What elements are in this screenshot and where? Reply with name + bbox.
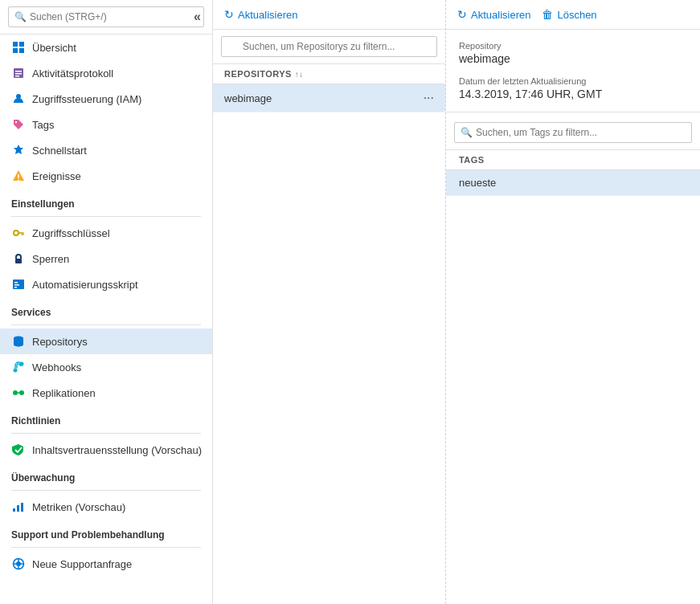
metrics-icon: [11, 500, 26, 514]
svg-point-31: [16, 561, 21, 566]
sidebar-item-label-ereignisse: Ereignisse: [32, 170, 81, 182]
tags-column-label: TAGS: [459, 155, 485, 165]
sidebar-item-tags[interactable]: Tags: [0, 112, 212, 137]
divider-richtlinien: [11, 433, 201, 434]
refresh-icon-right: ↻: [457, 8, 467, 21]
sidebar-item-repositorys[interactable]: Repositorys: [0, 329, 212, 354]
sidebar-item-label-zugriffssteuerung: Zugriffssteuerung (IAM): [32, 93, 141, 105]
section-label-ueberwachung: Überwachung: [0, 463, 212, 487]
right-delete-button[interactable]: 🗑 Löschen: [542, 8, 596, 21]
svg-rect-3: [19, 48, 24, 53]
sidebar-item-label-replikationen: Replikationen: [32, 387, 96, 399]
sidebar-item-label-inhaltsvertrauensstellung: Inhaltsvertrauensstellung (Vorschau): [32, 444, 202, 456]
last-update-label: Datum der letzten Aktualisierung: [459, 76, 687, 86]
sidebar-item-sperren[interactable]: Sperren: [0, 246, 212, 271]
sidebar-search-bar: 🔍 «: [0, 0, 212, 35]
sidebar-item-label-uebersicht: Übersicht: [32, 42, 76, 54]
right-panel: ↻ Aktualisieren 🗑 Löschen Repository web…: [446, 0, 700, 604]
sidebar-search-input[interactable]: [8, 6, 204, 27]
divider-support: [11, 547, 201, 548]
events-icon: [11, 169, 26, 183]
svg-rect-15: [22, 234, 23, 235]
svg-rect-19: [14, 282, 18, 284]
tags-icon: [11, 117, 26, 132]
sidebar-item-neue-supportanfrage[interactable]: Neue Supportanfrage: [0, 551, 212, 577]
sidebar-item-label-aktivitaetsprotokoll: Aktivitätsprotokoll: [32, 67, 113, 80]
support-icon: [11, 557, 26, 571]
sort-icon[interactable]: ↑↓: [295, 70, 304, 79]
right-search-input[interactable]: [454, 122, 692, 143]
section-label-richtlinien: Richtlinien: [0, 406, 212, 430]
svg-point-13: [14, 231, 18, 235]
sidebar-collapse-button[interactable]: «: [190, 10, 204, 24]
divider-ueberwachung: [11, 490, 201, 491]
list-item-label: webimage: [224, 92, 272, 104]
middle-toolbar: ↻ Aktualisieren: [213, 0, 445, 30]
replication-icon: [11, 386, 26, 400]
svg-rect-16: [23, 234, 25, 235]
sidebar-item-label-zugriffsschluessel: Zugriffsschlüssel: [32, 227, 110, 239]
divider-einstellungen: [11, 216, 201, 217]
trust-icon: [11, 443, 26, 457]
sidebar-nav: Übersicht Aktivitätsprotokoll Zugriffsst…: [0, 35, 212, 604]
repositorys-column-label: REPOSITORYS: [224, 69, 292, 79]
svg-rect-5: [15, 71, 22, 72]
divider-services: [11, 324, 201, 325]
sidebar-item-label-webhooks: Webhooks: [32, 361, 81, 373]
sidebar-item-aktivitaetsprotokoll[interactable]: Aktivitätsprotokoll: [0, 60, 212, 86]
sidebar-item-label-automatisierungsskript: Automatisierungsskript: [32, 279, 138, 291]
repository-value: webimage: [459, 52, 687, 65]
svg-rect-7: [15, 76, 19, 77]
repository-label: Repository: [459, 41, 687, 51]
right-refresh-button[interactable]: ↻ Aktualisieren: [457, 8, 530, 21]
sidebar-item-metriken[interactable]: Metriken (Vorschau): [0, 494, 212, 520]
sidebar-item-zugriffsschluessel[interactable]: Zugriffsschlüssel: [0, 220, 212, 246]
section-label-support: Support und Problembehandlung: [0, 520, 212, 544]
svg-rect-29: [21, 503, 23, 512]
section-label-services: Services: [0, 297, 212, 321]
middle-refresh-label: Aktualisieren: [238, 9, 297, 21]
sidebar-item-label-sperren: Sperren: [32, 253, 69, 265]
right-tags-search-bar: 🔍: [446, 116, 700, 150]
refresh-icon-middle: ↻: [224, 8, 234, 21]
delete-icon: 🗑: [542, 8, 553, 21]
svg-rect-14: [18, 232, 24, 234]
repo-icon: [11, 334, 26, 349]
overview-icon: [11, 40, 26, 55]
svg-rect-6: [15, 73, 22, 75]
list-item[interactable]: webimage ···: [213, 84, 445, 112]
sidebar-item-inhaltsvertrauensstellung[interactable]: Inhaltsvertrauensstellung (Vorschau): [0, 437, 212, 463]
svg-rect-20: [14, 284, 19, 286]
key-icon: [11, 226, 26, 240]
middle-refresh-button[interactable]: ↻ Aktualisieren: [224, 8, 297, 21]
list-item-more-button[interactable]: ···: [424, 91, 434, 105]
svg-point-25: [13, 390, 18, 395]
svg-point-23: [14, 369, 18, 373]
lock-icon: [11, 251, 26, 266]
tag-label: neueste: [459, 177, 496, 189]
svg-rect-21: [14, 287, 17, 288]
right-refresh-label: Aktualisieren: [471, 9, 530, 21]
right-delete-label: Löschen: [557, 9, 596, 21]
sidebar-item-uebersicht[interactable]: Übersicht: [0, 35, 212, 60]
sidebar-item-zugriffssteuerung[interactable]: Zugriffssteuerung (IAM): [0, 86, 212, 112]
svg-rect-1: [19, 42, 24, 47]
svg-rect-17: [15, 259, 22, 263]
svg-rect-11: [18, 174, 19, 178]
webhook-icon: [11, 360, 26, 374]
middle-panel: ↻ Aktualisieren 🔍 REPOSITORYS ↑↓ webimag…: [213, 0, 446, 604]
sidebar-item-schnellstart[interactable]: Schnellstart: [0, 137, 212, 163]
sidebar-item-replikationen[interactable]: Replikationen: [0, 380, 212, 406]
right-toolbar: ↻ Aktualisieren 🗑 Löschen: [446, 0, 700, 30]
middle-search-bar: 🔍: [213, 30, 445, 64]
svg-point-26: [19, 390, 24, 395]
middle-search-input[interactable]: [221, 36, 437, 57]
tag-row[interactable]: neueste: [446, 170, 700, 196]
middle-table-header: REPOSITORYS ↑↓: [213, 64, 445, 84]
sidebar-item-automatisierungsskript[interactable]: Automatisierungsskript: [0, 271, 212, 297]
section-label-einstellungen: Einstellungen: [0, 189, 212, 213]
sidebar-item-webhooks[interactable]: Webhooks: [0, 354, 212, 380]
svg-rect-28: [17, 505, 19, 512]
sidebar-item-ereignisse[interactable]: Ereignisse: [0, 163, 212, 189]
sidebar-item-label-schnellstart: Schnellstart: [32, 145, 87, 157]
